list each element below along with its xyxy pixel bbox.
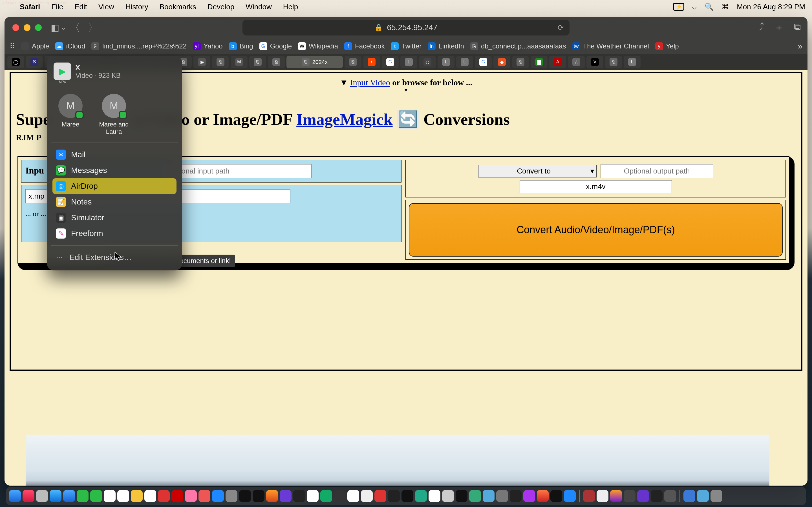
tab-item[interactable]: ◯ bbox=[7, 56, 24, 68]
dock-app[interactable] bbox=[320, 490, 332, 502]
fav-twitter[interactable]: tTwitter bbox=[391, 42, 421, 50]
tab-item[interactable]: ⎘ bbox=[212, 56, 229, 68]
share-target-airdrop[interactable]: ◎AirDrop bbox=[52, 178, 176, 194]
tab-item[interactable]: r bbox=[363, 56, 380, 68]
dock-app-freeform[interactable] bbox=[144, 490, 156, 502]
dock-app[interactable] bbox=[158, 490, 170, 502]
dock-app-mail[interactable] bbox=[63, 490, 75, 502]
dock-app[interactable] bbox=[239, 490, 251, 502]
fav-find-minus[interactable]: ⎘find_minus....rep+%22s%22 bbox=[91, 42, 187, 50]
dock-app[interactable] bbox=[624, 490, 636, 502]
convert-to-select[interactable]: Convert to bbox=[478, 165, 597, 177]
dock-app[interactable] bbox=[361, 490, 373, 502]
window-minimize-button[interactable] bbox=[24, 24, 31, 31]
sidebar-toggle-icon[interactable]: ◧ bbox=[51, 22, 59, 33]
menu-bookmarks[interactable]: Bookmarks bbox=[154, 3, 202, 11]
menu-view[interactable]: View bbox=[93, 3, 120, 11]
share-target-mail[interactable]: ✉Mail bbox=[52, 147, 176, 163]
dock-app[interactable] bbox=[388, 490, 400, 502]
dock-app[interactable] bbox=[280, 490, 292, 502]
dock-app-xcode[interactable] bbox=[564, 490, 576, 502]
tab-item[interactable]: L bbox=[438, 56, 455, 68]
app-name[interactable]: Safari bbox=[14, 3, 46, 11]
reload-icon[interactable]: ⟳ bbox=[558, 23, 564, 32]
battery-icon[interactable]: ⚡ bbox=[673, 3, 684, 11]
dock-folder[interactable] bbox=[697, 490, 709, 502]
dock-app-calendar[interactable] bbox=[347, 490, 359, 502]
dock-app-firefox[interactable] bbox=[266, 490, 278, 502]
menu-edit[interactable]: Edit bbox=[69, 3, 93, 11]
tab-item[interactable]: L bbox=[624, 56, 641, 68]
tab-item[interactable]: ⎘ bbox=[605, 56, 622, 68]
dock-app-quicktime[interactable] bbox=[469, 490, 481, 502]
control-center-icon[interactable]: ⌘ bbox=[721, 3, 729, 11]
output-path-field[interactable]: Optional output path bbox=[601, 164, 713, 178]
dock-app-notes[interactable] bbox=[131, 490, 143, 502]
dock-downloads[interactable] bbox=[683, 490, 695, 502]
dock-app[interactable] bbox=[637, 490, 649, 502]
tab-item[interactable]: M bbox=[231, 56, 248, 68]
fav-yahoo[interactable]: y!Yahoo bbox=[193, 42, 223, 50]
dock-app[interactable] bbox=[550, 490, 562, 502]
tab-item[interactable]: S bbox=[26, 56, 43, 68]
tab-item[interactable]: ◎ bbox=[419, 56, 436, 68]
tab-item[interactable]: ◆ bbox=[493, 56, 510, 68]
dock-app[interactable] bbox=[199, 490, 210, 502]
back-button[interactable]: 〈 bbox=[66, 21, 84, 35]
fav-apple[interactable]: Apple bbox=[21, 42, 49, 50]
dock-app[interactable] bbox=[510, 490, 522, 502]
favorites-overflow-icon[interactable]: » bbox=[798, 41, 802, 51]
dock-app-facetime[interactable] bbox=[90, 490, 102, 502]
fav-linkedin[interactable]: inLinkedIn bbox=[428, 42, 464, 50]
tab-group-chevron-icon[interactable]: ⌄ bbox=[61, 24, 66, 31]
dock-app-dictionary[interactable] bbox=[583, 490, 595, 502]
dock-app[interactable] bbox=[456, 490, 467, 502]
favorites-grid-icon[interactable]: ⠿ bbox=[10, 42, 15, 51]
dock-trash[interactable] bbox=[711, 490, 722, 502]
convert-button[interactable]: Convert Audio/Video/Image/PDF(s) bbox=[409, 203, 783, 257]
share-toolbar-icon[interactable]: ⤴ bbox=[759, 21, 764, 34]
dock-app-launchpad[interactable] bbox=[36, 490, 48, 502]
tab-item[interactable]: ▇ bbox=[530, 56, 548, 68]
tab-item[interactable]: ⎘ bbox=[268, 56, 285, 68]
dock-app-brave[interactable] bbox=[307, 490, 319, 502]
dock-app-chrome[interactable] bbox=[428, 490, 441, 502]
dock-app-preview[interactable] bbox=[483, 490, 495, 502]
share-person-maree[interactable]: M Maree bbox=[54, 94, 87, 136]
dock-app[interactable] bbox=[651, 490, 663, 502]
menu-develop[interactable]: Develop bbox=[202, 3, 240, 11]
dock-app-reminders[interactable] bbox=[117, 490, 129, 502]
dock-app[interactable] bbox=[293, 490, 305, 502]
tab-item[interactable]: L bbox=[400, 56, 417, 68]
menubar-clock[interactable]: Mon 26 Aug 8:29 PM bbox=[737, 3, 805, 11]
menu-file[interactable]: File bbox=[46, 3, 69, 11]
dock-app[interactable] bbox=[185, 490, 197, 502]
dock-app-tv[interactable] bbox=[253, 490, 264, 502]
dock-app[interactable] bbox=[537, 490, 549, 502]
imagemagick-link[interactable]: ImageMagick bbox=[296, 110, 393, 128]
dock-app-finder[interactable] bbox=[9, 490, 21, 502]
wifi-icon[interactable]: ⌵ bbox=[692, 3, 697, 11]
dock-app-appstore[interactable] bbox=[212, 490, 224, 502]
tab-item[interactable]: ◉ bbox=[193, 56, 210, 68]
dock-app-music[interactable] bbox=[22, 490, 35, 502]
window-close-button[interactable] bbox=[12, 24, 19, 31]
menu-history[interactable]: History bbox=[120, 3, 154, 11]
dock-app-terminal[interactable] bbox=[402, 490, 413, 502]
input-path-field[interactable]: Optional input path bbox=[165, 164, 312, 178]
output-filename-field[interactable]: x.m4v bbox=[520, 180, 672, 193]
fav-icloud[interactable]: ☁iCloud bbox=[55, 42, 85, 50]
dock-app[interactable] bbox=[523, 490, 535, 502]
tab-item-active[interactable]: ⎘2024x bbox=[287, 56, 343, 68]
dock-app[interactable] bbox=[496, 490, 508, 502]
tab-item[interactable]: G bbox=[475, 56, 492, 68]
dock-app-settings[interactable] bbox=[225, 490, 238, 502]
dock-app[interactable] bbox=[334, 490, 346, 502]
spotlight-icon[interactable]: 🔍 bbox=[705, 3, 714, 11]
menu-window[interactable]: Window bbox=[240, 3, 277, 11]
share-target-notes[interactable]: 📝Notes bbox=[52, 194, 176, 210]
tab-item[interactable]: A bbox=[549, 56, 566, 68]
fav-facebook[interactable]: fFacebook bbox=[344, 42, 385, 50]
tab-item[interactable]: V bbox=[587, 56, 603, 68]
tab-item[interactable]: G bbox=[382, 56, 399, 68]
